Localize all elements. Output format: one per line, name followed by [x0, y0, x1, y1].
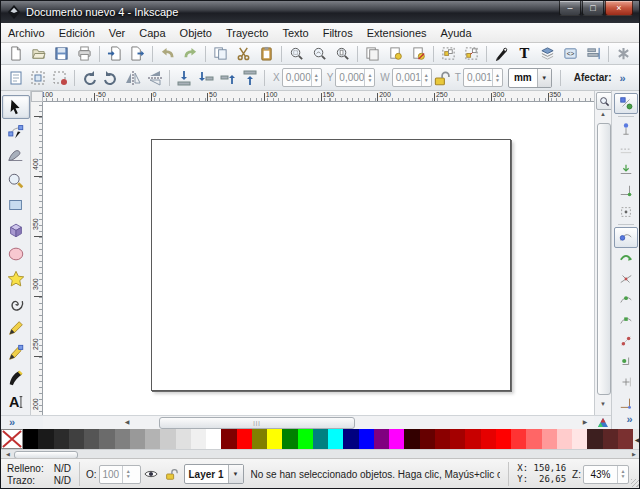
palette-swatch[interactable] [176, 429, 191, 449]
scroll-down-arrow-icon[interactable]: ▼ [595, 399, 611, 409]
layer-select[interactable]: Layer 1 ▼ [184, 464, 244, 484]
menu-capa[interactable]: Capa [132, 23, 172, 42]
calligraphy-tool[interactable] [2, 366, 30, 390]
menu-ayuda[interactable]: Ayuda [434, 23, 479, 42]
title-bar[interactable]: Documento nuevo 4 - Inkscape – □ × [1, 1, 639, 23]
pen-tool[interactable] [2, 341, 30, 365]
zoom-selection-button[interactable] [285, 43, 308, 64]
palette-swatch[interactable] [191, 429, 206, 449]
scroll-left-arrow-icon[interactable]: ◀ [121, 416, 133, 429]
palette-swatch[interactable] [450, 429, 465, 449]
snap-page-border-button[interactable] [614, 392, 638, 413]
palette-swatch[interactable] [206, 429, 221, 449]
palette-swatch[interactable] [23, 429, 38, 449]
align-dialog-button[interactable] [582, 43, 605, 64]
rotate-ccw-button[interactable] [78, 67, 100, 88]
palette-swatch[interactable] [542, 429, 557, 449]
tweak-tool[interactable] [2, 144, 30, 168]
horizontal-ruler[interactable]: -100-50050100150200250300350 [43, 91, 594, 102]
document-properties-button[interactable] [635, 43, 640, 64]
palette-swatch[interactable] [404, 429, 419, 449]
text-tool[interactable]: A [2, 390, 30, 414]
palette-swatch[interactable] [557, 429, 572, 449]
vertical-scrollbar[interactable]: ▲ ▼ [594, 91, 611, 415]
palette-swatch[interactable] [420, 429, 435, 449]
clone-button[interactable] [384, 43, 407, 64]
palette-swatch[interactable] [115, 429, 130, 449]
star-tool[interactable] [2, 267, 30, 291]
snap-line-midpoints-button[interactable] [614, 330, 638, 351]
paste-button[interactable] [255, 43, 278, 64]
palette-swatch[interactable] [237, 429, 252, 449]
vertical-ruler[interactable]: 400350300250200 [31, 102, 43, 415]
snap-cusp-nodes-button[interactable] [614, 289, 638, 310]
menu-archivo[interactable]: Archivo [1, 23, 52, 42]
palette-swatch[interactable] [618, 429, 633, 449]
palette-swatch[interactable] [84, 429, 99, 449]
minimize-button[interactable]: – [559, 1, 581, 16]
palette-swatch[interactable] [313, 429, 328, 449]
snap-nodes-button[interactable] [614, 227, 638, 248]
color-management-toggle[interactable] [594, 416, 611, 429]
toolbox-overflow-chevron[interactable]: » [9, 416, 15, 429]
snap-paths-button[interactable] [614, 248, 638, 269]
palette-swatch[interactable] [252, 429, 267, 449]
width-field[interactable]: 0,001▲▼ [392, 68, 432, 87]
palette-swatch[interactable] [481, 429, 496, 449]
lock-ratio-icon[interactable] [432, 68, 450, 87]
zoom-tool[interactable] [2, 169, 30, 193]
palette-scrollbar[interactable]: ◀ ▶ [1, 449, 640, 458]
tool-options-overflow-chevron[interactable]: » [620, 72, 626, 84]
palette-swatch[interactable] [38, 429, 53, 449]
ungroup-button[interactable] [460, 43, 483, 64]
copy-button[interactable] [209, 43, 232, 64]
snap-bbox-centers-button[interactable] [614, 201, 638, 222]
palette-swatch[interactable] [511, 429, 526, 449]
snap-smooth-nodes-button[interactable] [614, 310, 638, 331]
palette-swatch[interactable] [99, 429, 114, 449]
xml-editor-button[interactable]: <> [559, 43, 582, 64]
zoom-page-button[interactable] [331, 43, 354, 64]
fill-stroke-indicator[interactable]: Relleno: N/D Trazo: N/D [3, 463, 75, 486]
vertical-scroll-thumb[interactable] [597, 123, 611, 395]
palette-swatch[interactable] [587, 429, 602, 449]
cut-button[interactable] [232, 43, 255, 64]
fill-stroke-dialog-button[interactable] [490, 43, 513, 64]
canvas[interactable] [43, 102, 594, 415]
palette-swatch[interactable] [328, 429, 343, 449]
duplicate-button[interactable] [361, 43, 384, 64]
palette-scroll-left-icon[interactable]: ◀ [3, 450, 13, 458]
flip-horizontal-button[interactable] [122, 67, 144, 88]
horizontal-scrollbar[interactable]: ◀ ||| ▶ [43, 416, 594, 429]
lower-to-bottom-button[interactable] [173, 67, 195, 88]
close-button[interactable]: × [605, 1, 633, 16]
menu-edicion[interactable]: Edición [52, 23, 102, 42]
preferences-button[interactable] [612, 43, 635, 64]
selector-tool[interactable] [2, 95, 30, 119]
flip-vertical-button[interactable] [144, 67, 166, 88]
zoom-spinbox[interactable]: 43%▲▼ [583, 465, 629, 484]
rectangle-tool[interactable] [2, 193, 30, 217]
menu-extensiones[interactable]: Extensiones [360, 23, 434, 42]
spiral-tool[interactable] [2, 292, 30, 316]
group-button[interactable] [437, 43, 460, 64]
x-spinner[interactable]: ▲▼ [311, 69, 321, 86]
raise-button[interactable] [217, 67, 239, 88]
menu-texto[interactable]: Texto [275, 23, 315, 42]
snap-object-centers-button[interactable] [614, 351, 638, 372]
opacity-spinbox[interactable]: 100▲▼ [99, 465, 141, 484]
palette-scroll-arrow-icon[interactable]: ◀ [633, 429, 640, 449]
palette-swatch[interactable] [69, 429, 84, 449]
x-field[interactable]: 0,000▲▼ [282, 68, 322, 87]
snap-rotation-centers-button[interactable] [614, 372, 638, 393]
palette-swatch[interactable] [496, 429, 511, 449]
undo-button[interactable] [156, 43, 179, 64]
box-3d-tool[interactable] [2, 218, 30, 242]
rotate-cw-button[interactable] [100, 67, 122, 88]
scroll-up-arrow-icon[interactable]: ▲ [595, 109, 611, 119]
snap-bbox-edges-button[interactable] [614, 139, 638, 160]
layer-visibility-icon[interactable] [142, 465, 160, 483]
menu-trayecto[interactable]: Trayecto [219, 23, 275, 42]
height-spinner[interactable]: ▲▼ [492, 69, 502, 86]
zoom-spinner[interactable]: ▲▼ [617, 466, 628, 483]
